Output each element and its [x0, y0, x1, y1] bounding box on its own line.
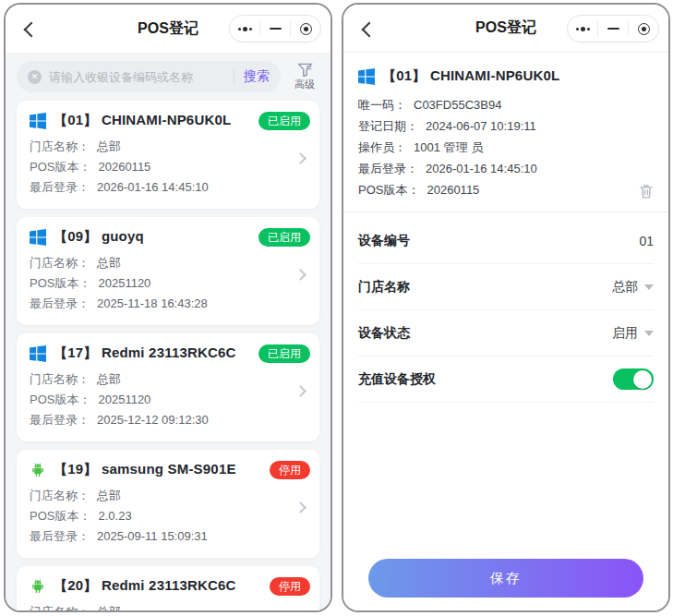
- back-button[interactable]: [20, 19, 41, 40]
- device-card[interactable]: 【19】 samsung SM-S901E 停用 门店名称：总部 POS版本：2…: [17, 450, 319, 558]
- more-icon: [238, 27, 252, 31]
- store-name-select[interactable]: 总部: [612, 279, 654, 296]
- search-button[interactable]: 搜索: [242, 68, 271, 85]
- status-badge: 已启用: [258, 228, 310, 247]
- device-name: 【19】 samsung SM-S901E: [54, 461, 236, 478]
- device-form: 设备编号 01 门店名称 总部 设备状态 启用: [343, 212, 668, 403]
- recharge-auth-toggle[interactable]: [613, 368, 654, 390]
- form-row-recharge-auth: 充值设备授权: [358, 356, 654, 403]
- screenshot-canvas: POS登记 ✕ 搜索: [0, 0, 673, 616]
- chevron-down-icon: [644, 284, 654, 290]
- left-phone-frame: POS登记 ✕ 搜索: [4, 3, 332, 612]
- android-icon: [30, 462, 46, 478]
- device-card[interactable]: 【17】 Redmi 23113RKC6C 已启用 门店名称：总部 POS版本：…: [17, 333, 319, 441]
- search-input[interactable]: [49, 70, 226, 84]
- minimize-icon: [270, 28, 282, 30]
- device-name: 【01】 CHINAMI-NP6UK0L: [382, 67, 559, 85]
- more-button[interactable]: [230, 16, 259, 42]
- device-name: 【17】 Redmi 23113RKC6C: [54, 344, 236, 362]
- device-status-select[interactable]: 启用: [612, 325, 654, 342]
- device-name: 【20】 Redmi 23113RKC6C: [54, 577, 236, 595]
- device-card[interactable]: 【20】 Redmi 23113RKC6C 停用 门店名称：总部: [17, 566, 319, 610]
- close-button[interactable]: [291, 16, 320, 42]
- device-name: 【09】 guoyq: [54, 228, 144, 246]
- filter-funnel-icon: [297, 63, 313, 77]
- mini-program-capsule: [229, 15, 321, 42]
- android-icon: [30, 578, 46, 595]
- device-info-section: 【01】 CHINAMI-NP6UK0L 唯一码：C03FD55C3B94 登记…: [343, 53, 668, 212]
- device-detail-body: 【01】 CHINAMI-NP6UK0L 唯一码：C03FD55C3B94 登记…: [343, 53, 668, 610]
- more-icon: [576, 27, 590, 31]
- right-header: POS登记: [343, 5, 668, 53]
- advanced-label: 高级: [294, 78, 315, 91]
- windows-icon: [30, 345, 46, 362]
- minimize-button[interactable]: [260, 16, 290, 42]
- minimize-button[interactable]: [598, 16, 628, 42]
- left-header: POS登记: [6, 5, 330, 53]
- advanced-filter-button[interactable]: 高级: [288, 63, 321, 91]
- close-icon: [300, 23, 312, 35]
- form-row-device-number: 设备编号 01: [358, 218, 654, 264]
- chevron-down-icon: [644, 331, 654, 336]
- device-list-body: ✕ 搜索 高级: [6, 53, 330, 610]
- close-button[interactable]: [629, 16, 658, 42]
- close-icon: [638, 23, 650, 35]
- device-card[interactable]: 【01】 CHINAMI-NP6UK0L 已启用 门店名称：总部 POS版本：2…: [17, 101, 319, 209]
- status-badge: 已启用: [258, 344, 310, 363]
- form-row-store-name: 门店名称 总部: [358, 264, 654, 310]
- page-title: POS登记: [475, 18, 536, 38]
- form-row-device-status: 设备状态 启用: [358, 310, 654, 356]
- status-badge: 停用: [270, 577, 310, 596]
- device-number-value: 01: [639, 234, 654, 248]
- page-title: POS登记: [138, 19, 198, 39]
- more-button[interactable]: [568, 16, 597, 42]
- save-button[interactable]: 保存: [368, 559, 643, 598]
- search-bar: ✕ 搜索: [17, 61, 281, 92]
- status-badge: 已启用: [258, 112, 310, 130]
- windows-icon: [358, 68, 375, 85]
- status-badge: 停用: [270, 461, 310, 479]
- back-button[interactable]: [358, 19, 379, 40]
- device-name: 【01】 CHINAMI-NP6UK0L: [54, 112, 231, 129]
- mini-program-capsule: [567, 15, 659, 42]
- search-row: ✕ 搜索 高级: [6, 53, 330, 101]
- windows-icon: [30, 113, 46, 129]
- right-phone-frame: POS登记: [342, 3, 670, 612]
- windows-icon: [30, 229, 46, 246]
- clear-search-icon[interactable]: ✕: [28, 70, 42, 84]
- device-card[interactable]: 【09】 guoyq 已启用 门店名称：总部 POS版本：20251120 最后…: [17, 217, 319, 325]
- minimize-icon: [607, 28, 619, 30]
- delete-device-button[interactable]: [637, 182, 655, 200]
